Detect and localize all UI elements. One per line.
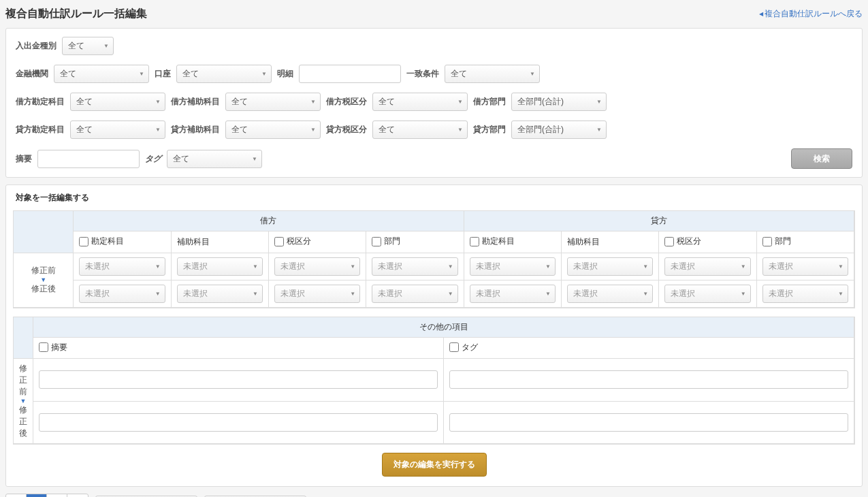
select-cr-dept[interactable]: 全部門(合計) bbox=[511, 121, 607, 139]
row-after-label: 修正後 bbox=[19, 283, 67, 295]
select-cr-item[interactable]: 全て bbox=[70, 121, 165, 139]
before-dr-sub[interactable]: 未選択 bbox=[177, 257, 263, 276]
filter-panel: 入出金種別 全て 金融機関 全て 口座 全て 明細 一致条件 全て 借方勘定科目… bbox=[5, 28, 863, 178]
after-dr-dept[interactable]: 未選択 bbox=[372, 285, 457, 303]
before-dr-dept[interactable]: 未選択 bbox=[372, 257, 457, 276]
other-header: その他の項目 bbox=[33, 317, 854, 338]
label-dr-item: 借方勘定科目 bbox=[16, 96, 65, 108]
label-dr-sub: 借方補助科目 bbox=[171, 96, 220, 108]
arrow-down-icon: ▼ bbox=[19, 398, 27, 404]
select-type[interactable]: 全て bbox=[62, 37, 114, 55]
before-cr-item[interactable]: 未選択 bbox=[470, 257, 556, 276]
execute-button[interactable]: 対象の編集を実行する bbox=[382, 453, 487, 477]
select-dr-sub[interactable]: 全て bbox=[225, 93, 321, 111]
label-dr-dept: 借方部門 bbox=[473, 96, 506, 108]
page-prev[interactable]: < bbox=[6, 494, 27, 497]
after-dr-item[interactable]: 未選択 bbox=[79, 285, 165, 303]
bulk-table-drcr: 借方 貸方 勘定科目 補助科目 税区分 部門 勘定科目 補助科目 税区分 部門 … bbox=[13, 210, 855, 308]
after-cr-tax[interactable]: 未選択 bbox=[664, 285, 750, 303]
input-detail[interactable] bbox=[299, 65, 401, 83]
after-cr-sub[interactable]: 未選択 bbox=[567, 285, 653, 303]
page-title: 複合自動仕訳ルール一括編集 bbox=[5, 7, 147, 21]
page-next[interactable]: > bbox=[67, 494, 88, 497]
checkbox-tag[interactable] bbox=[449, 342, 459, 352]
page-1[interactable]: 1 bbox=[27, 494, 47, 497]
label-cr-dept: 貸方部門 bbox=[473, 124, 506, 135]
label-type: 入出金種別 bbox=[16, 40, 57, 52]
checkbox-dr-tax[interactable] bbox=[274, 237, 284, 246]
select-account[interactable]: 全て bbox=[176, 65, 272, 83]
select-dr-dept[interactable]: 全部門(合計) bbox=[511, 93, 607, 111]
dr-header: 借方 bbox=[74, 211, 464, 231]
select-match[interactable]: 全て bbox=[445, 65, 540, 83]
after-cr-item[interactable]: 未選択 bbox=[470, 285, 556, 303]
label-tag: タグ bbox=[145, 153, 161, 165]
select-tag[interactable]: 全て bbox=[167, 150, 262, 168]
select-dr-item[interactable]: 全て bbox=[70, 93, 165, 111]
select-institution[interactable]: 全て bbox=[54, 65, 149, 83]
bulk-table-other: その他の項目 摘要 タグ 修正前 ▼ 修正後 bbox=[13, 317, 855, 445]
checkbox-dr-dept[interactable] bbox=[372, 237, 381, 246]
bulk-edit-panel: 対象を一括編集する 借方 貸方 勘定科目 補助科目 税区分 部門 勘定科目 補助… bbox=[5, 185, 863, 487]
row-before-label-other: 修正前 bbox=[19, 363, 27, 398]
page-2[interactable]: 2 bbox=[47, 494, 67, 497]
checkbox-cr-tax[interactable] bbox=[664, 237, 674, 246]
after-dr-sub[interactable]: 未選択 bbox=[177, 285, 263, 303]
bulk-section-title: 対象を一括編集する bbox=[6, 185, 862, 210]
label-dr-tax: 借方税区分 bbox=[326, 96, 367, 108]
checkbox-cr-item[interactable] bbox=[470, 237, 479, 246]
back-link[interactable]: 複合自動仕訳ルールへ戻る bbox=[759, 8, 863, 20]
before-cr-sub[interactable]: 未選択 bbox=[567, 257, 653, 276]
label-cr-item: 貸方勘定科目 bbox=[16, 124, 65, 135]
label-institution: 金融機関 bbox=[16, 68, 48, 80]
label-summary: 摘要 bbox=[16, 153, 32, 165]
after-tag-input[interactable] bbox=[449, 413, 848, 432]
label-detail: 明細 bbox=[277, 68, 293, 80]
checkbox-cr-dept[interactable] bbox=[762, 237, 772, 246]
before-summary-input[interactable] bbox=[39, 370, 438, 389]
page-header: 複合自動仕訳ルール一括編集 複合自動仕訳ルールへ戻る bbox=[5, 7, 863, 21]
label-match: 一致条件 bbox=[406, 68, 439, 80]
label-cr-tax: 貸方税区分 bbox=[326, 124, 367, 135]
before-cr-tax[interactable]: 未選択 bbox=[664, 257, 750, 276]
row-before-label: 修正前 bbox=[19, 265, 67, 276]
arrow-down-icon: ▼ bbox=[19, 276, 67, 283]
label-account: 口座 bbox=[155, 68, 171, 80]
select-cr-tax[interactable]: 全て bbox=[372, 121, 468, 139]
after-dr-tax[interactable]: 未選択 bbox=[274, 285, 360, 303]
input-summary[interactable] bbox=[37, 150, 140, 168]
checkbox-dr-item[interactable] bbox=[79, 237, 89, 246]
select-cr-sub[interactable]: 全て bbox=[225, 121, 321, 139]
cr-header: 貸方 bbox=[464, 211, 854, 231]
before-tag-input[interactable] bbox=[449, 370, 848, 389]
after-cr-dept[interactable]: 未選択 bbox=[762, 285, 848, 303]
after-summary-input[interactable] bbox=[39, 413, 438, 432]
pagination: < 1 2 > 50件/ページ 1ページ bbox=[5, 494, 863, 497]
before-dr-item[interactable]: 未選択 bbox=[79, 257, 165, 276]
page-group: < 1 2 > bbox=[5, 494, 89, 497]
row-after-label-other: 修正後 bbox=[19, 404, 27, 439]
before-dr-tax[interactable]: 未選択 bbox=[274, 257, 360, 276]
checkbox-summary[interactable] bbox=[39, 342, 48, 352]
label-cr-sub: 貸方補助科目 bbox=[171, 124, 220, 135]
search-button[interactable]: 検索 bbox=[791, 148, 852, 169]
select-dr-tax[interactable]: 全て bbox=[372, 93, 468, 111]
before-cr-dept[interactable]: 未選択 bbox=[762, 257, 848, 276]
